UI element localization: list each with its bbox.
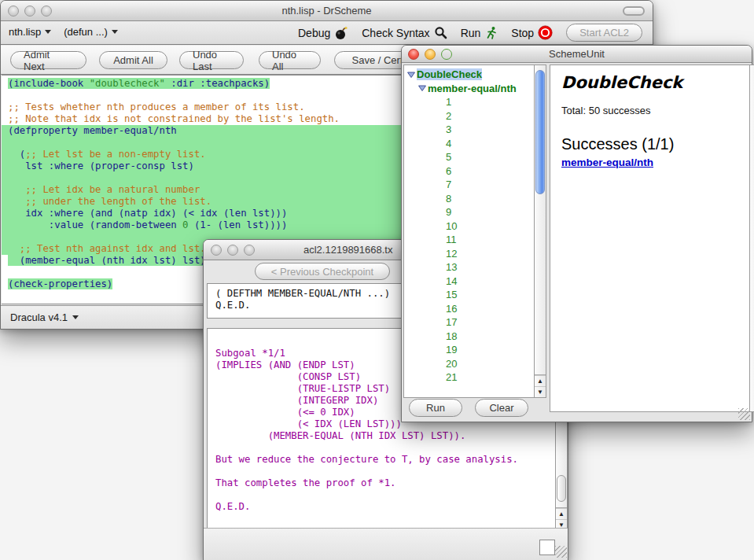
proof-line: (MEMBER-EQUAL (NTH IDX LST) LST)).	[215, 430, 547, 442]
defun-menu[interactable]: (defun ...)	[64, 26, 118, 38]
debug-button[interactable]: Debug	[298, 26, 348, 40]
tree-child-label: member-equal/nth	[428, 83, 517, 94]
tree-case-item[interactable]: 11	[404, 233, 534, 247]
stop-label: Stop	[511, 27, 534, 39]
tree-scrollbar[interactable]: ▲ ▼	[534, 64, 546, 398]
close-button[interactable]	[211, 245, 222, 256]
results-heading: DoubleCheck	[561, 73, 738, 92]
proof-line: That completes the proof of *1.	[215, 477, 547, 489]
debug-label: Debug	[298, 27, 330, 39]
tree-case-item[interactable]: 18	[404, 330, 534, 344]
undo-all-button[interactable]: Undo All	[259, 51, 321, 69]
tree-case-item[interactable]: 20	[404, 357, 534, 371]
toolbar-toggle-button[interactable]	[623, 6, 645, 16]
runner-icon	[484, 26, 498, 40]
tree-case-item[interactable]: 16	[404, 302, 534, 316]
window-title: nth.lisp - DrScheme	[1, 5, 653, 17]
tree-case-item[interactable]: 6	[404, 164, 534, 179]
previous-checkpoint-button[interactable]: < Previous Checkpoint	[255, 263, 390, 280]
schemeunit-button-row: Run Clear	[402, 396, 752, 422]
drscheme-toolbar: nth.lisp (defun ...) Debug Check Syntax	[1, 21, 653, 45]
start-acl2-button[interactable]: Start ACL2	[566, 24, 642, 42]
test-tree[interactable]: DoubleCheck member-equal/nth 12345678910…	[403, 64, 534, 398]
tree-root-label: DoubleCheck	[417, 68, 482, 80]
scrollbar-thumb[interactable]	[535, 70, 545, 194]
tree-case-item[interactable]: 12	[404, 247, 534, 261]
run-label: Run	[461, 27, 481, 39]
proof-line	[215, 489, 547, 501]
chevron-down-icon	[112, 30, 118, 34]
results-panel: DoubleCheck Total: 50 successes Successe…	[550, 64, 750, 412]
tree-item-doublecheck[interactable]: DoubleCheck	[404, 68, 534, 82]
clear-button[interactable]: Clear	[475, 399, 528, 417]
tree-case-item[interactable]: 2	[404, 109, 534, 123]
zoom-button[interactable]	[244, 245, 255, 256]
check-syntax-label: Check Syntax	[362, 27, 429, 39]
chevron-down-icon	[45, 30, 51, 34]
tree-case-item[interactable]: 7	[404, 178, 534, 192]
proof-line	[215, 442, 547, 454]
acl2-bottom-bar	[204, 528, 568, 560]
chevron-down-icon	[72, 315, 79, 319]
scroll-up-arrow[interactable]: ▲	[535, 375, 546, 386]
window-title: acl2.1219891668.tx	[303, 244, 392, 256]
filename-menu[interactable]: nth.lisp	[9, 26, 51, 38]
tree-case-item[interactable]: 8	[404, 192, 534, 206]
resize-grip[interactable]	[555, 546, 567, 558]
tree-case-item[interactable]: 21	[404, 370, 534, 385]
results-scrollbar[interactable]	[750, 64, 754, 412]
tree-case-item[interactable]: 19	[404, 343, 534, 357]
total-successes-text: Total: 50 successes	[561, 105, 738, 116]
admit-all-button[interactable]: Admit All	[99, 51, 167, 69]
tree-case-item[interactable]: 10	[404, 219, 534, 234]
scrollbar-thumb[interactable]	[557, 475, 566, 502]
proof-line: Q.E.D.	[215, 501, 547, 513]
check-syntax-button[interactable]: Check Syntax	[362, 26, 447, 39]
schemeunit-titlebar[interactable]: SchemeUnit	[402, 46, 752, 63]
resize-grip[interactable]	[738, 408, 750, 420]
tree-case-item[interactable]: 14	[404, 274, 534, 289]
tree-case-item[interactable]: 1	[404, 95, 534, 109]
tree-case-item[interactable]: 17	[404, 315, 534, 330]
disclosure-triangle-icon[interactable]	[417, 83, 427, 93]
lock-checkbox[interactable]	[539, 540, 555, 555]
dracula-version-menu[interactable]: Dracula v4.1	[10, 311, 68, 323]
successes-heading: Successes (1/1)	[561, 135, 738, 153]
proof-line	[215, 466, 547, 477]
run-button[interactable]: Run	[461, 26, 498, 40]
window-title: SchemeUnit	[402, 48, 752, 60]
admit-next-button[interactable]: Admit Next	[10, 51, 86, 69]
stop-icon	[538, 25, 553, 40]
filename-menu-label: nth.lisp	[9, 26, 41, 38]
schemeunit-window: SchemeUnit DoubleCheck member-equal/nth …	[401, 45, 752, 422]
tree-case-item[interactable]: 15	[404, 288, 534, 302]
drscheme-titlebar[interactable]: nth.lisp - DrScheme	[1, 1, 653, 21]
scroll-down-arrow[interactable]: ▼	[535, 386, 546, 397]
run-tests-button[interactable]: Run	[409, 399, 462, 417]
tree-item-member-equal-nth[interactable]: member-equal/nth	[404, 82, 534, 96]
tree-case-item[interactable]: 9	[404, 205, 534, 219]
tree-case-item[interactable]: 4	[404, 137, 534, 151]
scroll-up-arrow[interactable]: ▲	[556, 508, 567, 519]
minimize-button[interactable]	[227, 245, 238, 256]
proof-line: But we reduce the conjecture to T, by ca…	[215, 454, 547, 466]
disclosure-triangle-icon[interactable]	[406, 70, 416, 79]
undo-last-button[interactable]: Undo Last	[179, 51, 244, 69]
stop-button[interactable]: Stop	[511, 25, 553, 40]
magnifier-icon	[434, 26, 447, 39]
tree-case-item[interactable]: 13	[404, 260, 534, 274]
defun-menu-label: (defun ...)	[64, 26, 108, 38]
bomb-icon	[334, 26, 348, 40]
tree-case-item[interactable]: 3	[404, 123, 534, 137]
tree-case-item[interactable]: 5	[404, 150, 534, 164]
member-equal-nth-link[interactable]: member-equal/nth	[561, 157, 653, 168]
